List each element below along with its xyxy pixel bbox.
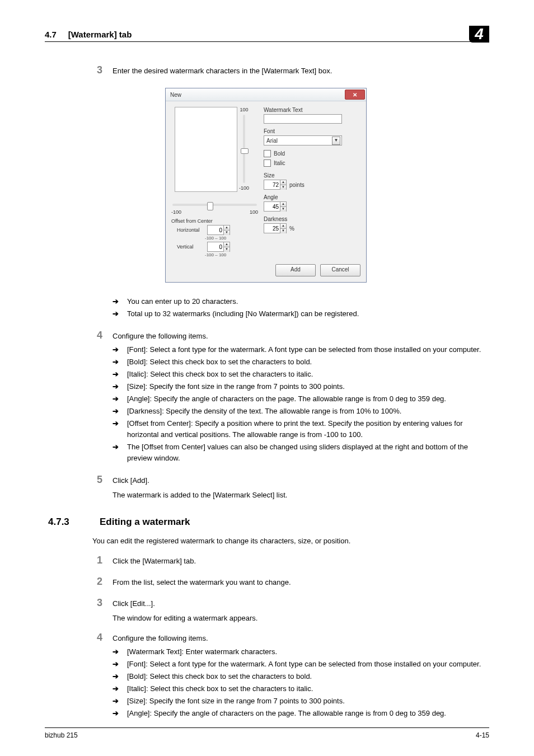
horizontal-offset-spinner[interactable]: ▲▼ <box>207 225 230 235</box>
new-watermark-dialog: New ✕ 100 -100 <box>165 88 367 283</box>
step-number: 4 <box>92 632 102 643</box>
spinner-up-icon[interactable]: ▲ <box>280 224 286 229</box>
page-header: 4.7 [Watermark] tab 4 <box>45 22 489 42</box>
bullet-text: The [Offset from Center] values can also… <box>127 442 489 464</box>
size-unit: points <box>289 182 305 188</box>
chevron-down-icon[interactable]: ▼ <box>332 137 340 145</box>
bullet-text: [Font]: Select a font type for the water… <box>127 344 489 355</box>
step-text: Click [Add]. <box>113 474 489 486</box>
step-number: 3 <box>92 64 102 76</box>
bullet-text: Total up to 32 watermarks (including [No… <box>127 308 489 320</box>
cancel-button[interactable]: Cancel <box>320 264 360 276</box>
spinner-down-icon[interactable]: ▼ <box>280 185 286 190</box>
bullet-text: [Italic]: Select this check box to set t… <box>127 369 489 380</box>
hslider-thumb[interactable] <box>207 202 213 210</box>
darkness-input[interactable] <box>264 226 280 232</box>
step-text: Click [Edit...]. <box>113 597 489 609</box>
step-text: Configure the following items. <box>113 330 489 342</box>
bullet-text: [Watermark Text]: Enter watermark charac… <box>127 646 489 658</box>
angle-input[interactable] <box>264 204 280 210</box>
header-section-title: [Watermark] tab <box>68 30 132 39</box>
bold-label: Bold <box>274 151 285 157</box>
size-label: Size <box>264 172 360 179</box>
watermark-text-input[interactable] <box>264 114 342 124</box>
spinner-down-icon[interactable]: ▼ <box>280 229 286 233</box>
spinner-up-icon[interactable]: ▲ <box>280 202 286 207</box>
size-input[interactable] <box>264 182 280 188</box>
vslider-thumb[interactable] <box>241 148 249 154</box>
font-select[interactable]: Arial ▼ <box>264 135 342 145</box>
step-text: From the list, select the watermark you … <box>113 576 489 588</box>
darkness-unit: % <box>289 226 294 232</box>
spinner-up-icon[interactable]: ▲ <box>223 242 229 247</box>
spinner-up-icon[interactable]: ▲ <box>280 180 286 185</box>
vertical-offset-label: Vertical <box>177 244 204 250</box>
vertical-offset-spinner[interactable]: ▲▼ <box>207 242 230 252</box>
vertical-slider[interactable]: 100 -100 <box>241 107 247 191</box>
bullet-text: [Bold]: Select this check box to set the… <box>127 356 489 368</box>
bullet-text: [Bold]: Select this check box to set the… <box>127 671 489 682</box>
subsection-intro: You can edit the registered watermark to… <box>92 536 489 547</box>
bullet-text: [Size]: Specify the font size in the ran… <box>127 696 489 707</box>
step-text: Configure the following items. <box>113 632 489 644</box>
arrow-right-icon: ➔ <box>113 708 121 719</box>
horizontal-offset-label: Horizontal <box>177 227 204 233</box>
watermark-text-label: Watermark Text <box>264 107 360 113</box>
chapter-number-badge: 4 <box>469 26 489 43</box>
subsection-title: Editing a watermark <box>100 516 190 528</box>
vertical-offset-input[interactable] <box>208 244 223 250</box>
horizontal-offset-range: -100 – 100 <box>205 236 258 241</box>
bullet-text: You can enter up to 20 characters. <box>127 296 489 307</box>
header-section-num: 4.7 <box>45 30 57 39</box>
bold-checkbox[interactable] <box>264 150 271 157</box>
arrow-right-icon: ➔ <box>113 683 121 694</box>
step-number: 2 <box>92 576 102 587</box>
step-number: 4 <box>92 330 102 341</box>
subsection-number: 4.7.3 <box>48 516 82 528</box>
offset-group-label: Offset from Center <box>171 218 258 224</box>
bullet-text: [Darkness]: Specify the density of the t… <box>127 406 489 417</box>
step-note: The watermark is added to the [Watermark… <box>113 490 489 501</box>
arrow-right-icon: ➔ <box>113 296 121 307</box>
arrow-right-icon: ➔ <box>113 671 121 682</box>
close-icon[interactable]: ✕ <box>345 90 365 100</box>
arrow-right-icon: ➔ <box>113 696 121 707</box>
italic-checkbox[interactable] <box>264 159 271 167</box>
step-number: 3 <box>92 597 102 608</box>
spinner-down-icon[interactable]: ▼ <box>223 231 229 235</box>
hslider-max: 100 <box>250 209 258 215</box>
bullet-text: [Size]: Specify the font size in the ran… <box>127 381 489 392</box>
arrow-right-icon: ➔ <box>113 442 121 453</box>
spinner-down-icon[interactable]: ▼ <box>280 207 286 212</box>
step-note: The window for editing a watermark appea… <box>113 613 489 624</box>
step-text: Enter the desired watermark characters i… <box>113 64 489 77</box>
darkness-spinner[interactable]: ▲▼ <box>264 223 287 233</box>
spinner-down-icon[interactable]: ▼ <box>223 247 229 252</box>
font-label: Font <box>264 128 360 134</box>
step-text: Click the [Watermark] tab. <box>113 555 489 567</box>
arrow-right-icon: ➔ <box>113 393 121 405</box>
footer-product: bizhub 215 <box>45 731 78 739</box>
darkness-label: Darkness <box>264 216 360 222</box>
vslider-max: 100 <box>240 107 248 112</box>
vslider-min: -100 <box>239 185 249 191</box>
vertical-offset-range: -100 – 100 <box>205 252 258 257</box>
dialog-title: New <box>170 92 181 98</box>
step-number: 5 <box>92 474 102 485</box>
arrow-right-icon: ➔ <box>113 356 121 368</box>
size-spinner[interactable]: ▲▼ <box>264 180 287 190</box>
arrow-right-icon: ➔ <box>113 406 121 417</box>
hslider-min: -100 <box>171 209 181 215</box>
spinner-up-icon[interactable]: ▲ <box>223 226 229 231</box>
arrow-right-icon: ➔ <box>113 659 121 670</box>
horizontal-offset-input[interactable] <box>208 227 223 233</box>
footer-page-number: 4-15 <box>476 731 489 739</box>
arrow-right-icon: ➔ <box>113 369 121 380</box>
arrow-right-icon: ➔ <box>113 308 121 320</box>
font-select-value: Arial <box>266 138 278 144</box>
bullet-text: [Offset from Center]: Specify a position… <box>127 418 489 440</box>
angle-spinner[interactable]: ▲▼ <box>264 201 287 212</box>
add-button[interactable]: Add <box>275 264 316 276</box>
step-number: 1 <box>92 555 102 566</box>
horizontal-slider[interactable]: -100 100 <box>171 203 258 216</box>
